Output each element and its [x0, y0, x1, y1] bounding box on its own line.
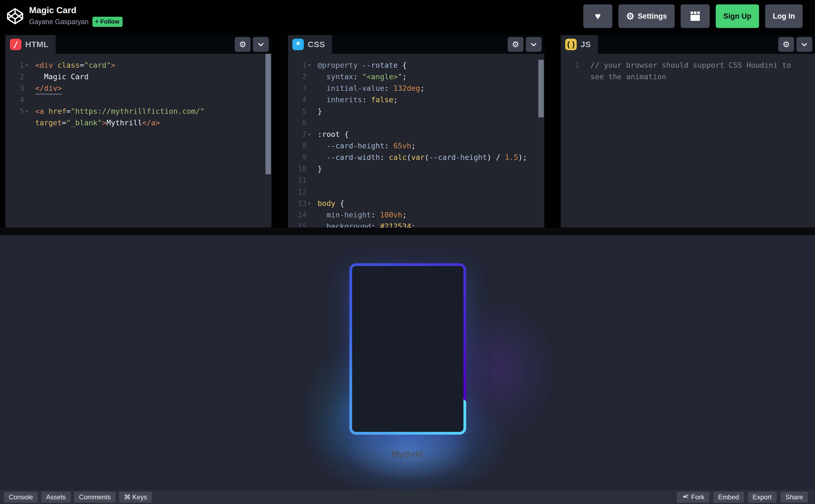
codepen-page: Magic Card Gayane Gasparyan + Follow ♥ ⚙…	[0, 0, 815, 504]
layout-grid-icon	[691, 12, 700, 21]
scrollbar-thumb[interactable]	[538, 60, 544, 117]
code-line: 1▾@property --rotate {	[288, 59, 544, 71]
chevron-down-icon	[800, 41, 808, 48]
scrollbar-thumb[interactable]	[265, 54, 271, 174]
gear-icon: ⚙	[626, 12, 634, 21]
chevron-down-icon	[530, 41, 537, 48]
code-line: 6	[288, 117, 544, 128]
js-tab-label: JS	[581, 40, 591, 49]
code-line: 5▾<a href="https://mythrillfiction.com/"	[5, 105, 271, 117]
console-button[interactable]: Console	[4, 492, 38, 503]
embed-button[interactable]: Embed	[713, 492, 744, 503]
js-editor-panel: () JS ⚙ 1// your browser should support …	[561, 35, 815, 228]
css-tabbar: * CSS ⚙	[288, 35, 544, 54]
js-settings-button[interactable]: ⚙	[778, 37, 794, 52]
heart-icon: ♥	[595, 11, 601, 21]
header-actions: ♥ ⚙ Settings Sign Up Log In	[583, 4, 803, 28]
css-tab-tools: ⚙	[508, 37, 542, 52]
preview-pane: Mythrill	[0, 235, 815, 490]
magic-card	[349, 263, 466, 435]
export-button[interactable]: Export	[748, 492, 777, 503]
code-line: 10}	[288, 163, 544, 174]
signup-button[interactable]: Sign Up	[716, 4, 759, 28]
pen-title: Magic Card	[29, 5, 123, 15]
editor-panels: / HTML ⚙ 1▾<div class="card">2 Magic Car…	[0, 32, 815, 228]
html-tabbar: / HTML ⚙	[5, 35, 271, 54]
pen-title-block: Magic Card Gayane Gasparyan + Follow	[29, 5, 123, 27]
gear-icon: ⚙	[239, 40, 247, 49]
code-line: 4	[5, 94, 271, 105]
code-line: target="_blank">Mythrill</a>	[5, 117, 271, 128]
author-row: Gayane Gasparyan + Follow	[29, 17, 123, 27]
keys-button[interactable]: ⌘ Keys	[119, 492, 152, 503]
code-line: 8 --card-height: 65vh;	[288, 140, 544, 151]
html-settings-button[interactable]: ⚙	[235, 37, 251, 52]
html-tab-icon: /	[10, 39, 21, 50]
css-editor-panel: * CSS ⚙ 1▾@property --rotate {2 syntax: …	[288, 35, 544, 228]
gear-icon: ⚙	[783, 40, 790, 49]
footer-bar: Console Assets Comments ⌘ Keys Fork Embe…	[0, 490, 815, 504]
share-button[interactable]: Share	[780, 492, 808, 503]
code-line: see the animation	[561, 71, 815, 82]
code-line: 3</div>	[5, 82, 271, 94]
assets-button[interactable]: Assets	[41, 492, 71, 503]
tab-css[interactable]: * CSS	[288, 35, 332, 54]
tab-js[interactable]: () JS	[561, 35, 598, 54]
code-line: 12	[288, 186, 544, 197]
code-line: 4 inherits: false;	[288, 94, 544, 105]
code-line: 9 --card-width: calc(var(--card-height) …	[288, 151, 544, 163]
fork-label: Fork	[691, 493, 704, 501]
css-settings-button[interactable]: ⚙	[508, 37, 523, 52]
chevron-down-icon	[257, 41, 265, 48]
footer-left-group: Console Assets Comments ⌘ Keys	[4, 492, 152, 503]
code-line: 2 Magic Card	[5, 71, 271, 82]
js-tab-tools: ⚙	[778, 37, 812, 52]
footer-right-group: Fork Embed Export Share	[677, 492, 808, 503]
css-code-editor[interactable]: 1▾@property --rotate {2 syntax: "<angle>…	[288, 54, 544, 228]
css-tab-icon: *	[292, 39, 304, 50]
js-tab-icon: ()	[565, 39, 577, 50]
fork-button[interactable]: Fork	[677, 492, 709, 503]
js-collapse-button[interactable]	[796, 37, 812, 52]
css-scrollbar	[538, 54, 544, 228]
follow-button[interactable]: + Follow	[92, 17, 123, 27]
code-line: 3 initial-value: 132deg;	[288, 82, 544, 94]
codepen-logo-icon[interactable]	[7, 7, 24, 25]
mythrill-link[interactable]: Mythrill	[0, 449, 815, 459]
code-line: 15 background: #212534;	[288, 220, 544, 228]
html-editor-panel: / HTML ⚙ 1▾<div class="card">2 Magic Car…	[5, 35, 271, 228]
gear-icon: ⚙	[512, 40, 519, 49]
like-button[interactable]: ♥	[583, 4, 612, 28]
change-view-button[interactable]	[681, 4, 710, 28]
code-line: 2 syntax: "<angle>";	[288, 71, 544, 82]
html-tab-tools: ⚙	[235, 37, 269, 52]
fork-icon	[682, 494, 689, 501]
author-name[interactable]: Gayane Gasparyan	[29, 18, 89, 26]
js-tabbar: () JS ⚙	[561, 35, 815, 54]
code-line: 7▾:root {	[288, 128, 544, 140]
code-line: 11	[288, 174, 544, 186]
login-button[interactable]: Log In	[765, 4, 803, 28]
code-line: 13▾body {	[288, 197, 544, 209]
code-line: 1// your browser should support CSS Houd…	[561, 59, 815, 71]
tab-html[interactable]: / HTML	[5, 35, 56, 54]
code-line: 14 min-height: 100vh;	[288, 209, 544, 220]
html-code-editor[interactable]: 1▾<div class="card">2 Magic Card3</div>4…	[5, 54, 271, 228]
css-collapse-button[interactable]	[526, 37, 542, 52]
comments-button[interactable]: Comments	[74, 492, 116, 503]
settings-button[interactable]: ⚙ Settings	[618, 4, 675, 28]
header: Magic Card Gayane Gasparyan + Follow ♥ ⚙…	[0, 0, 815, 32]
html-collapse-button[interactable]	[253, 37, 269, 52]
css-tab-label: CSS	[308, 40, 325, 49]
code-line: 1▾<div class="card">	[5, 59, 271, 71]
settings-label: Settings	[638, 12, 667, 21]
code-line: 5}	[288, 105, 544, 117]
html-tab-label: HTML	[25, 40, 49, 49]
preview-wrap: Mythrill	[0, 228, 815, 490]
html-scrollbar	[265, 54, 271, 228]
js-code-editor[interactable]: 1// your browser should support CSS Houd…	[561, 54, 815, 228]
